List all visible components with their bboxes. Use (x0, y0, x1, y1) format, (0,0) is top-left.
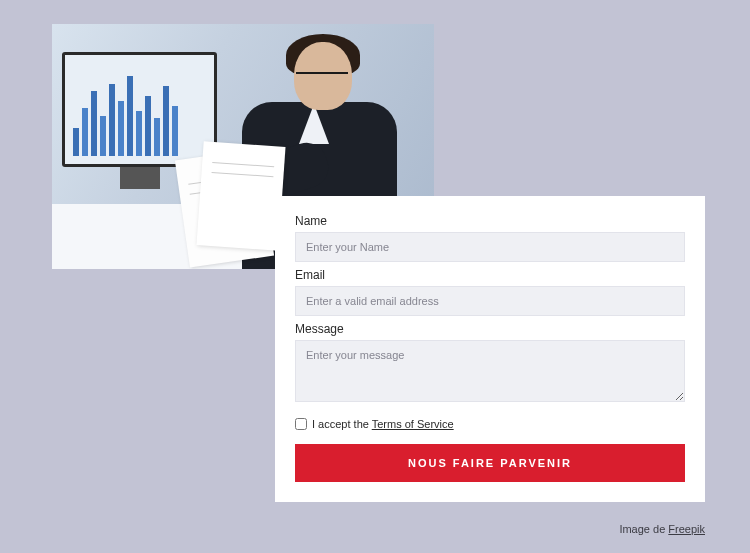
chart-bars-icon (73, 76, 178, 156)
name-input[interactable] (295, 232, 685, 262)
monitor-stand-illustration (120, 167, 160, 189)
message-input[interactable] (295, 340, 685, 402)
name-label: Name (295, 214, 685, 228)
consent-checkbox[interactable] (295, 418, 307, 430)
monitor-illustration (62, 52, 217, 167)
email-input[interactable] (295, 286, 685, 316)
contact-form: Name Email Message I accept the Terms of… (275, 196, 705, 502)
consent-row: I accept the Terms of Service (295, 418, 685, 430)
attribution-source-link[interactable]: Freepik (668, 523, 705, 535)
message-label: Message (295, 322, 685, 336)
consent-text: I accept the (312, 418, 372, 430)
document-icon (196, 141, 285, 250)
attribution-prefix: Image de (619, 523, 668, 535)
submit-button[interactable]: NOUS FAIRE PARVENIR (295, 444, 685, 482)
terms-of-service-link[interactable]: Terms of Service (372, 418, 454, 430)
email-label: Email (295, 268, 685, 282)
image-attribution: Image de Freepik (619, 523, 705, 535)
